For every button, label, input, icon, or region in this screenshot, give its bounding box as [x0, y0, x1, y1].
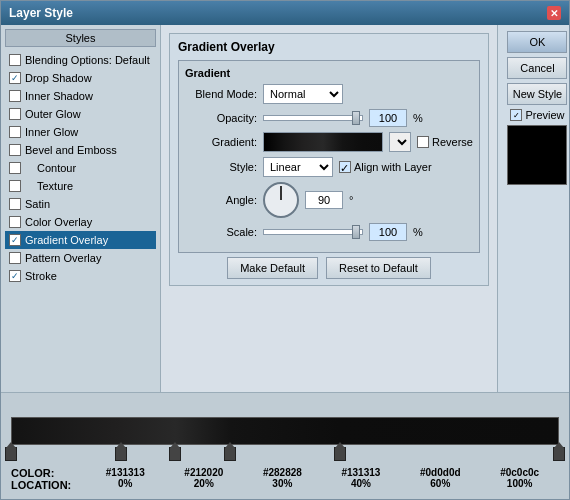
reset-to-default-button[interactable]: Reset to Default — [326, 257, 431, 279]
checkbox-gradient-overlay[interactable]: ✓ — [9, 234, 21, 246]
stop-color-stop3: #282828 — [263, 467, 302, 478]
sidebar-item-contour[interactable]: Contour — [5, 159, 156, 177]
stop-values: #1313130%#21202020%#28282830%#13131340%#… — [86, 467, 559, 489]
top-stop-handles — [11, 401, 559, 417]
sidebar-header: Styles — [5, 29, 156, 47]
gradient-row: Gradient: ▼ Reverse — [185, 132, 473, 152]
label-color-overlay: Color Overlay — [25, 216, 92, 228]
align-layer-check: ✓ Align with Layer — [339, 161, 432, 173]
scale-unit: % — [413, 226, 423, 238]
bottom-stop-stop2[interactable] — [115, 447, 127, 461]
checkbox-inner-shadow[interactable] — [9, 90, 21, 102]
style-select[interactable]: Linear — [263, 157, 333, 177]
bottom-stop-stop1[interactable] — [5, 447, 17, 461]
sidebar-item-inner-glow[interactable]: Inner Glow — [5, 123, 156, 141]
checkbox-drop-shadow[interactable]: ✓ — [9, 72, 21, 84]
align-layer-checkbox[interactable]: ✓ — [339, 161, 351, 173]
angle-dial[interactable] — [263, 182, 299, 218]
sidebar-item-inner-shadow[interactable]: Inner Shadow — [5, 87, 156, 105]
angle-input[interactable] — [305, 191, 343, 209]
scale-slider[interactable] — [263, 229, 363, 235]
sidebar-items: Blending Options: Default✓Drop ShadowInn… — [5, 51, 156, 285]
gradient-editor — [11, 401, 559, 465]
stop-color-stop4: #131313 — [341, 467, 380, 478]
stop-location-stop4: 40% — [351, 478, 371, 489]
sidebar-item-bevel-emboss[interactable]: Bevel and Emboss — [5, 141, 156, 159]
bottom-stop-stop4[interactable] — [224, 447, 236, 461]
stop-value-stop4: #13131340% — [341, 467, 380, 489]
stop-location-stop5: 60% — [430, 478, 450, 489]
checkbox-stroke[interactable]: ✓ — [9, 270, 21, 282]
reverse-label: Reverse — [432, 136, 473, 148]
degree-symbol: ° — [349, 194, 353, 206]
checkbox-pattern-overlay[interactable] — [9, 252, 21, 264]
stop-location-stop6: 100% — [507, 478, 533, 489]
label-satin: Satin — [25, 198, 50, 210]
sidebar-item-color-overlay[interactable]: Color Overlay — [5, 213, 156, 231]
sidebar-item-blending-options[interactable]: Blending Options: Default — [5, 51, 156, 69]
checkbox-color-overlay[interactable] — [9, 216, 21, 228]
gradient-bar[interactable] — [11, 417, 559, 445]
sidebar-item-stroke[interactable]: ✓Stroke — [5, 267, 156, 285]
reverse-checkbox[interactable] — [417, 136, 429, 148]
stop-value-stop1: #1313130% — [106, 467, 145, 489]
stop-location-stop1: 0% — [118, 478, 132, 489]
stop-color-stop2: #212020 — [184, 467, 223, 478]
opacity-input[interactable] — [369, 109, 407, 127]
checkbox-blending-options[interactable] — [9, 54, 21, 66]
window-title: Layer Style — [9, 6, 73, 20]
sidebar-item-texture[interactable]: Texture — [5, 177, 156, 195]
label-blending-options: Blending Options: Default — [25, 54, 150, 66]
angle-needle — [280, 186, 282, 200]
sidebar-item-pattern-overlay[interactable]: Pattern Overlay — [5, 249, 156, 267]
checkbox-satin[interactable] — [9, 198, 21, 210]
bottom-stop-stop6[interactable] — [553, 447, 565, 461]
bottom-stops-container — [11, 445, 559, 465]
preview-box — [507, 125, 567, 185]
label-inner-shadow: Inner Shadow — [25, 90, 93, 102]
gradient-dropdown[interactable]: ▼ — [389, 132, 411, 152]
bottom-stop-stop3[interactable] — [169, 447, 181, 461]
scale-row: Scale: % — [185, 223, 473, 241]
preview-checkbox[interactable]: ✓ — [510, 109, 522, 121]
stop-color-stop1: #131313 — [106, 467, 145, 478]
make-default-button[interactable]: Make Default — [227, 257, 318, 279]
sidebar-item-satin[interactable]: Satin — [5, 195, 156, 213]
stop-location-stop3: 30% — [272, 478, 292, 489]
sidebar-item-gradient-overlay[interactable]: ✓Gradient Overlay — [5, 231, 156, 249]
cancel-button[interactable]: Cancel — [507, 57, 567, 79]
new-style-button[interactable]: New Style — [507, 83, 567, 105]
right-panel: OK Cancel New Style ✓ Preview — [497, 25, 569, 392]
stop-color-stop5: #0d0d0d — [420, 467, 461, 478]
opacity-slider[interactable] — [263, 115, 363, 121]
label-gradient-overlay: Gradient Overlay — [25, 234, 108, 246]
scale-thumb — [352, 225, 360, 239]
checkbox-outer-glow[interactable] — [9, 108, 21, 120]
gradient-label: Gradient: — [185, 136, 257, 148]
checkbox-texture[interactable] — [9, 180, 21, 192]
scale-input[interactable] — [369, 223, 407, 241]
checkbox-contour[interactable] — [9, 162, 21, 174]
stop-location-stop2: 20% — [194, 478, 214, 489]
gradient-swatch[interactable] — [263, 132, 383, 152]
sidebar-item-outer-glow[interactable]: Outer Glow — [5, 105, 156, 123]
sidebar-item-drop-shadow[interactable]: ✓Drop Shadow — [5, 69, 156, 87]
opacity-row: Opacity: % — [185, 109, 473, 127]
label-contour: Contour — [25, 162, 76, 174]
stop-value-stop6: #0c0c0c100% — [500, 467, 539, 489]
label-bevel-emboss: Bevel and Emboss — [25, 144, 117, 156]
close-button[interactable]: ✕ — [547, 6, 561, 20]
style-row: Style: Linear ✓ Align with Layer — [185, 157, 473, 177]
blend-mode-select[interactable]: Normal — [263, 84, 343, 104]
checkbox-inner-glow[interactable] — [9, 126, 21, 138]
color-labels: COLOR: LOCATION: — [11, 467, 86, 491]
bottom-stop-stop5[interactable] — [334, 447, 346, 461]
title-bar: Layer Style ✕ — [1, 1, 569, 25]
color-header: COLOR: — [11, 467, 86, 479]
ok-button[interactable]: OK — [507, 31, 567, 53]
gradient-subtitle: Gradient — [185, 67, 473, 79]
label-outer-glow: Outer Glow — [25, 108, 81, 120]
top-stops — [11, 401, 559, 417]
checkbox-bevel-emboss[interactable] — [9, 144, 21, 156]
reverse-check: Reverse — [417, 136, 473, 148]
